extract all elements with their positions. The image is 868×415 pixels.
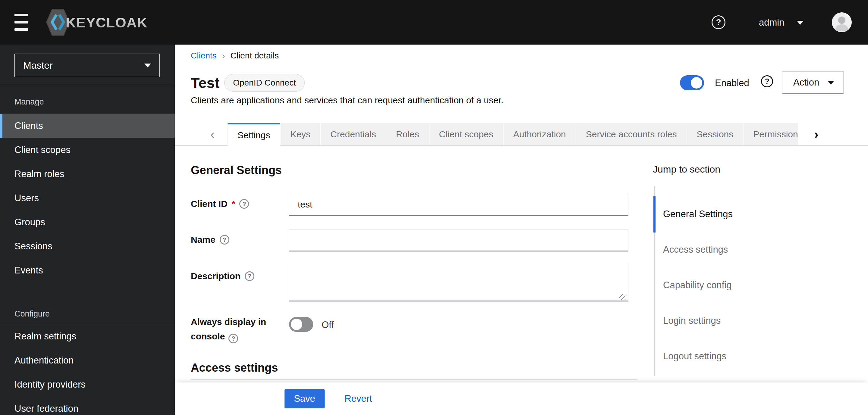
brand-wordmark: KEYCLOAK xyxy=(66,14,148,31)
breadcrumb-link-clients[interactable]: Clients xyxy=(191,51,217,61)
app-header: KEYCLOAK ? admin xyxy=(0,0,868,44)
tab-authorization[interactable]: Authorization xyxy=(503,123,576,145)
name-help-icon[interactable]: ? xyxy=(220,235,229,245)
jump-item-login-settings[interactable]: Login settings xyxy=(663,315,721,326)
save-button[interactable]: Save xyxy=(284,389,324,408)
keycloak-logo[interactable]: KEYCLOAK xyxy=(46,8,148,36)
tab-bar: ‹ Settings Keys Credentials Roles Client… xyxy=(175,123,868,146)
breadcrumb-current: Client details xyxy=(230,51,279,61)
sidebar-item-groups[interactable]: Groups xyxy=(0,210,175,234)
tab-service-accounts-roles[interactable]: Service accounts roles xyxy=(576,123,687,145)
toggle-knob xyxy=(291,319,302,330)
name-label: Name ? xyxy=(191,235,229,245)
action-dropdown[interactable]: Action xyxy=(782,71,844,94)
sidebar-item-events[interactable]: Events xyxy=(0,258,175,282)
sidebar-item-authentication[interactable]: Authentication xyxy=(0,348,175,373)
hamburger-menu-icon[interactable] xyxy=(14,14,29,31)
nav-section-title-configure: Configure xyxy=(0,301,175,324)
sidebar-item-realm-roles[interactable]: Realm roles xyxy=(0,162,175,186)
sidebar-item-realm-settings[interactable]: Realm settings xyxy=(0,324,175,348)
section-divider xyxy=(191,379,637,380)
description-label: Description ? xyxy=(191,271,254,281)
resize-handle-icon[interactable] xyxy=(619,294,625,300)
toggle-knob xyxy=(691,77,702,89)
breadcrumb-separator-icon: › xyxy=(222,50,225,61)
always-display-help-icon[interactable]: ? xyxy=(228,334,238,343)
tab-credentials[interactable]: Credentials xyxy=(320,123,386,145)
page-subtitle: Clients are applications and services th… xyxy=(191,95,503,105)
always-display-label: Always display in console? xyxy=(191,315,270,344)
sidebar-item-user-federation[interactable]: User federation xyxy=(0,396,175,415)
sidebar-item-clients[interactable]: Clients xyxy=(0,114,175,138)
chevron-down-icon xyxy=(144,64,151,67)
client-id-input[interactable] xyxy=(289,194,628,216)
user-menu-label: admin xyxy=(759,17,784,28)
jump-item-general-settings[interactable]: General Settings xyxy=(663,209,733,219)
tab-settings[interactable]: Settings xyxy=(227,123,280,146)
help-icon[interactable]: ? xyxy=(712,15,725,29)
always-display-toggle[interactable] xyxy=(289,317,313,332)
nav-group-configure: Realm settings Authentication Identity p… xyxy=(0,324,175,415)
avatar[interactable] xyxy=(832,12,852,32)
tab-scroll-right-icon[interactable]: › xyxy=(798,123,834,145)
sidebar-item-identity-providers[interactable]: Identity providers xyxy=(0,373,175,396)
description-help-icon[interactable]: ? xyxy=(245,271,254,281)
action-dropdown-label: Action xyxy=(793,77,819,88)
tab-permissions[interactable]: Permissions xyxy=(743,123,798,145)
page-title-row: Test OpenID Connect xyxy=(191,73,305,93)
access-settings-heading: Access settings xyxy=(191,361,278,374)
required-asterisk: * xyxy=(232,199,236,209)
jump-item-logout-settings[interactable]: Logout settings xyxy=(663,351,726,362)
main-content: Clients › Client details Test OpenID Con… xyxy=(175,44,868,415)
jump-item-capability-config[interactable]: Capability config xyxy=(663,280,732,290)
person-icon xyxy=(832,12,852,32)
page-title: Test xyxy=(191,75,219,91)
breadcrumb: Clients › Client details xyxy=(191,50,279,61)
sidebar-item-sessions[interactable]: Sessions xyxy=(0,234,175,258)
tab-roles[interactable]: Roles xyxy=(386,123,429,145)
user-menu[interactable]: admin xyxy=(759,17,804,28)
general-settings-heading: General Settings xyxy=(191,164,282,177)
tab-scroll-left-icon[interactable]: ‹ xyxy=(197,123,227,145)
sidebar: Master Manage Clients Client scopes Real… xyxy=(0,44,175,415)
revert-button[interactable]: Revert xyxy=(344,393,372,404)
tab-keys[interactable]: Keys xyxy=(280,123,320,145)
realm-selector[interactable]: Master xyxy=(14,54,160,77)
nav-group-manage: Clients Client scopes Realm roles Users … xyxy=(0,114,175,282)
enabled-label: Enabled xyxy=(715,78,749,89)
enabled-help-icon[interactable]: ? xyxy=(761,75,773,87)
sidebar-item-client-scopes[interactable]: Client scopes xyxy=(0,138,175,162)
tab-sessions[interactable]: Sessions xyxy=(687,123,743,145)
jump-to-section-title: Jump to section xyxy=(653,164,720,175)
client-id-help-icon[interactable]: ? xyxy=(239,199,249,209)
tab-client-scopes[interactable]: Client scopes xyxy=(429,123,503,145)
nav-section-title-manage: Manage xyxy=(0,90,175,114)
protocol-badge: OpenID Connect xyxy=(224,74,305,92)
always-display-state: Off xyxy=(321,319,334,331)
form-actions-bar: Save Revert xyxy=(175,382,868,415)
chevron-down-icon xyxy=(797,21,804,25)
chevron-down-icon xyxy=(828,81,834,84)
description-textarea[interactable] xyxy=(289,264,628,302)
enabled-toggle[interactable] xyxy=(680,75,704,90)
jump-item-access-settings[interactable]: Access settings xyxy=(663,244,728,255)
client-id-label: Client ID * ? xyxy=(191,199,249,209)
sidebar-divider xyxy=(0,86,175,86)
sidebar-item-users[interactable]: Users xyxy=(0,186,175,210)
name-input[interactable] xyxy=(289,230,628,251)
jump-nav-active-indicator xyxy=(653,196,655,233)
realm-selector-value: Master xyxy=(23,60,53,71)
